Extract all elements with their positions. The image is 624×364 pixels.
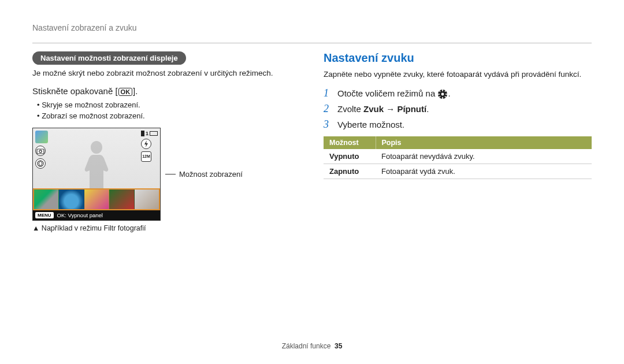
camera-mode-icon <box>35 146 46 156</box>
header-divider <box>32 43 592 43</box>
camera-footer-text: OK: Vypnout panel <box>57 212 103 218</box>
section-pill: Nastavení možnosti zobrazení displeje <box>32 51 186 65</box>
list-item: Skryje se možnost zobrazení. <box>37 99 300 111</box>
resolution-icon: 12M <box>141 151 151 162</box>
bullet-list: Skryje se možnost zobrazení. Zobrazí se … <box>32 99 300 122</box>
opt-cell: Vypnuto <box>324 149 376 164</box>
filter-thumb <box>135 190 159 209</box>
photo-thumb-icon <box>35 131 48 143</box>
aperture-icon <box>35 158 46 169</box>
svg-rect-6 <box>443 97 444 99</box>
flash-icon <box>141 139 151 149</box>
table-header-option: Možnost <box>324 136 376 149</box>
caption-text: Například v režimu Filtr fotografií <box>42 224 146 232</box>
press-suffix: ]. <box>133 86 138 96</box>
step-number: 1 <box>324 87 332 99</box>
step-text: Otočte voličem režimů na <box>337 88 437 98</box>
svg-point-4 <box>441 93 444 96</box>
svg-point-1 <box>39 150 42 153</box>
filter-filmstrip <box>33 188 160 210</box>
left-intro: Je možné skrýt nebo zobrazit možnost zob… <box>32 68 300 79</box>
sound-section-title: Nastavení zvuku <box>324 51 592 65</box>
page-header: Nastavení zobrazení a zvuku <box>32 23 592 32</box>
step-text: Vyberte možnost. <box>337 120 404 129</box>
counter-indicator: 1 <box>141 131 158 136</box>
camera-display-mock: 1 12M <box>32 128 161 221</box>
counter-value: 1 <box>146 131 148 136</box>
step-bold-2: Pípnutí <box>397 104 426 114</box>
filter-thumb <box>34 190 59 209</box>
svg-rect-7 <box>438 94 440 95</box>
filter-thumb <box>84 190 109 209</box>
press-instruction: Stiskněte opakovaně [OK]. <box>32 86 300 96</box>
svg-rect-8 <box>445 94 447 95</box>
filter-thumb <box>109 190 134 209</box>
menu-chip-icon: MENU <box>35 212 54 218</box>
svg-rect-5 <box>443 90 444 91</box>
camera-footer: MENU OK: Vypnout panel <box>33 210 160 220</box>
step-suffix: . <box>448 88 450 98</box>
page-number: 35 <box>335 342 342 350</box>
right-column: Nastavení zvuku Zapněte nebo vypněte zvu… <box>324 51 592 232</box>
step-item: 2 Zvolte ZvukPípnutí. <box>324 103 592 115</box>
right-intro: Zapněte nebo vypněte zvuky, které fotoap… <box>324 69 592 80</box>
person-silhouette-icon <box>76 136 117 188</box>
ok-button-icon: OK <box>118 88 133 96</box>
list-item: Zobrazí se možnost zobrazení. <box>37 110 300 122</box>
arrow-icon <box>384 104 397 114</box>
page-footer: Základní funkce 35 <box>0 342 624 350</box>
step-item: 1 Otočte voličem režimů na . <box>324 87 592 99</box>
table-header-desc: Popis <box>376 136 592 149</box>
footer-label: Základní funkce <box>282 342 331 350</box>
step-suffix: . <box>426 104 429 114</box>
triangle-icon <box>32 224 42 232</box>
step-number: 3 <box>324 118 332 131</box>
table-row: Zapnuto Fotoaparát vydá zvuk. <box>324 164 592 179</box>
opt-cell: Zapnuto <box>324 164 376 179</box>
gear-icon <box>437 89 448 99</box>
table-row: Vypnuto Fotoaparát nevydává zvuky. <box>324 149 592 164</box>
options-table: Možnost Popis Vypnuto Fotoaparát nevydáv… <box>324 136 592 179</box>
step-bold-1: Zvuk <box>363 104 384 114</box>
desc-cell: Fotoaparát vydá zvuk. <box>376 164 592 179</box>
press-prefix: Stiskněte opakovaně [ <box>32 86 118 96</box>
callout-label: Možnost zobrazení <box>179 170 243 179</box>
desc-cell: Fotoaparát nevydává zvuky. <box>376 149 592 164</box>
filmstrip-callout: Možnost zobrazení <box>165 170 243 179</box>
step-item: 3 Vyberte možnost. <box>324 118 592 131</box>
step-text: Zvolte <box>337 104 363 114</box>
left-column: Nastavení možnosti zobrazení displeje Je… <box>32 51 300 232</box>
filter-thumb <box>59 190 84 209</box>
steps-list: 1 Otočte voličem režimů na . 2 Zvolte Zv… <box>324 87 592 131</box>
step-number: 2 <box>324 103 332 115</box>
example-caption: Například v režimu Filtr fotografií <box>32 224 300 232</box>
